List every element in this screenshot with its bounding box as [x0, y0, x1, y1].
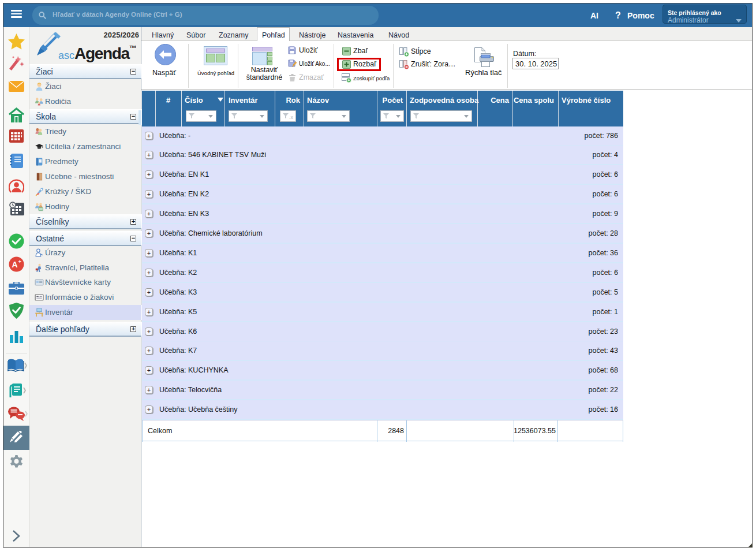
svg-text:+: + [18, 259, 21, 265]
svg-text:A: A [12, 260, 17, 269]
